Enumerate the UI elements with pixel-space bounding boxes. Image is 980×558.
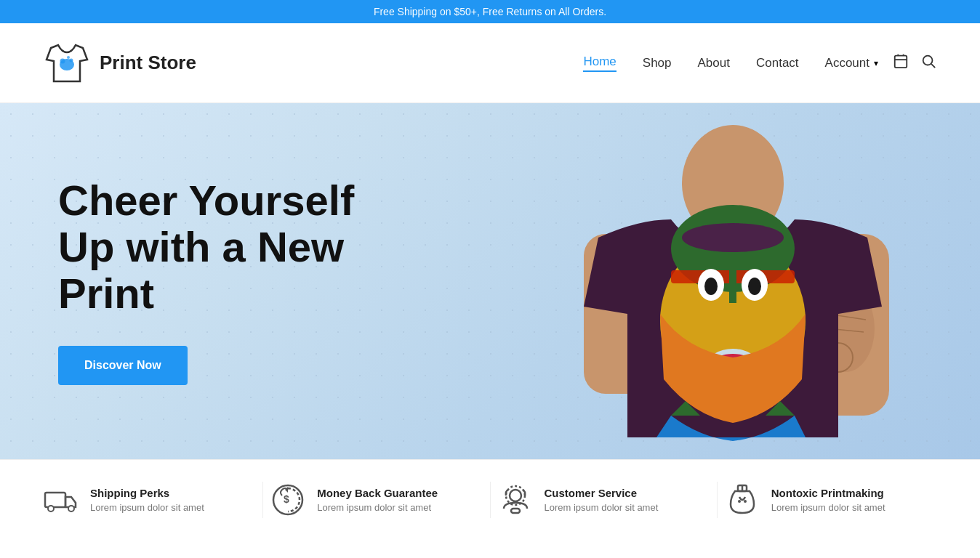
nav-contact[interactable]: Contact	[756, 56, 799, 70]
hero-content: Cheer Yourself Up with a New Print Disco…	[0, 177, 354, 384]
top-banner: Free Shipping on $50+, Free Returns on A…	[0, 0, 980, 23]
header: Print Store Home Shop About Contact Acco…	[0, 23, 980, 103]
customer-service-icon	[498, 482, 533, 517]
logo-text: Print Store	[100, 52, 196, 74]
nav-account[interactable]: Account ▾	[825, 56, 878, 70]
hero-image	[486, 103, 980, 459]
svg-rect-29	[45, 493, 65, 507]
svg-point-1	[60, 59, 65, 64]
svg-point-28	[682, 223, 784, 252]
feature-shipping: Shipping Perks Lorem ipsum dolor sit ame…	[44, 482, 255, 517]
nav-about[interactable]: About	[698, 56, 730, 70]
truck-icon	[44, 482, 79, 517]
hero-section: Cheer Yourself Up with a New Print Disco…	[0, 103, 980, 459]
nontoxic-icon	[725, 482, 760, 517]
feature-money-back-title: Money Back Guarantee	[317, 487, 438, 499]
svg-text:$: $	[284, 493, 289, 505]
svg-line-6	[931, 64, 935, 68]
feature-shipping-desc: Lorem ipsum dolor sit amet	[90, 502, 204, 513]
header-icons	[893, 53, 936, 73]
logo-area: Print Store	[44, 39, 583, 86]
feature-money-back: $ Money Back Guarantee Lorem ipsum dolor…	[270, 482, 482, 517]
feature-customer-service: Customer Service Lorem ipsum dolor sit a…	[498, 482, 710, 517]
svg-point-3	[67, 56, 70, 59]
svg-rect-4	[895, 56, 907, 68]
nav-account-label: Account	[825, 56, 869, 70]
cart-icon[interactable]	[893, 53, 909, 73]
nav-shop[interactable]: Shop	[643, 56, 672, 70]
feature-customer-service-text: Customer Service Lorem ipsum dolor sit a…	[545, 487, 659, 513]
banner-text: Free Shipping on $50+, Free Returns on A…	[374, 6, 606, 17]
feature-shipping-text: Shipping Perks Lorem ipsum dolor sit ame…	[90, 487, 204, 513]
feature-money-back-desc: Lorem ipsum dolor sit amet	[317, 502, 438, 513]
feature-money-back-text: Money Back Guarantee Lorem ipsum dolor s…	[317, 487, 438, 513]
chevron-down-icon: ▾	[874, 58, 878, 68]
discover-now-button[interactable]: Discover Now	[58, 346, 188, 385]
svg-point-35	[510, 490, 521, 501]
main-nav: Home Shop About Contact Account ▾	[583, 54, 878, 72]
svg-point-31	[68, 506, 74, 512]
svg-point-22	[748, 278, 761, 295]
svg-rect-37	[511, 509, 520, 513]
tshirt-hero-svg	[526, 103, 940, 459]
feature-customer-service-title: Customer Service	[545, 487, 659, 499]
feature-divider-1	[262, 482, 263, 518]
feature-nontoxic-desc: Lorem ipsum dolor sit amet	[771, 502, 885, 513]
svg-point-5	[923, 56, 933, 65]
feature-nontoxic-text: Nontoxic Printmaking Lorem ipsum dolor s…	[771, 487, 885, 513]
svg-point-21	[704, 278, 718, 295]
feature-nontoxic-title: Nontoxic Printmaking	[771, 487, 885, 499]
svg-point-2	[70, 59, 73, 62]
svg-point-40	[744, 500, 747, 503]
svg-point-39	[738, 500, 741, 503]
search-icon[interactable]	[920, 53, 936, 73]
logo-icon	[44, 39, 91, 86]
feature-customer-service-desc: Lorem ipsum dolor sit amet	[545, 502, 659, 513]
money-back-icon: $	[270, 482, 305, 517]
svg-point-30	[48, 506, 54, 512]
feature-divider-2	[490, 482, 491, 518]
features-bar: Shipping Perks Lorem ipsum dolor sit ame…	[0, 459, 980, 540]
hero-title: Cheer Yourself Up with a New Print	[58, 177, 354, 316]
feature-nontoxic: Nontoxic Printmaking Lorem ipsum dolor s…	[725, 482, 936, 517]
nav-home[interactable]: Home	[583, 54, 616, 72]
feature-shipping-title: Shipping Perks	[90, 487, 204, 499]
feature-divider-3	[717, 482, 718, 518]
